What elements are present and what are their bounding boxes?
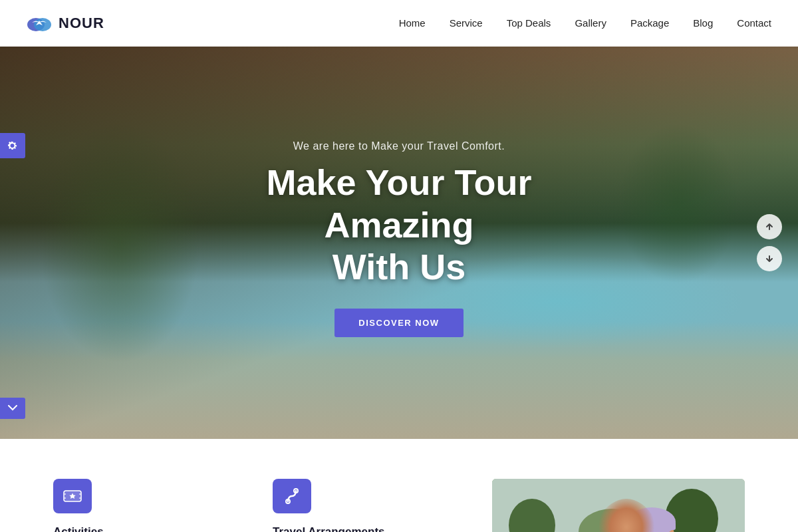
features-image	[492, 479, 745, 532]
travel-icon-wrap	[273, 479, 311, 513]
nav-blog[interactable]: Blog	[693, 17, 713, 29]
scroll-down-arrow[interactable]	[757, 246, 782, 271]
logo-icon	[27, 14, 52, 33]
hero-subtitle: We are here to Make your Travel Comfort.	[200, 140, 598, 152]
nav-service[interactable]: Service	[450, 17, 483, 29]
nav-links: Home Service Top Deals Gallery Package B…	[399, 17, 771, 29]
nav-gallery[interactable]: Gallery	[575, 17, 606, 29]
features-photo	[492, 479, 745, 532]
feature-travel: Travel Arrangements Lorem ipsum dolor si…	[273, 479, 492, 532]
gear-icon	[7, 140, 18, 151]
svg-rect-19	[628, 522, 676, 530]
nav-package[interactable]: Package	[630, 17, 669, 29]
travel-icon	[283, 487, 301, 505]
discover-now-button[interactable]: DISCOVER NOW	[334, 309, 463, 337]
brand-name: NOUR	[59, 15, 104, 32]
features-section: Activities Lorem ipsum dolor sit, amet c…	[0, 439, 798, 532]
hero-title: Make Your Tour AmazingWith Us	[200, 162, 598, 289]
settings-button[interactable]	[0, 133, 25, 158]
nav-home[interactable]: Home	[399, 17, 426, 29]
chevron-down-icon	[8, 405, 17, 412]
arrow-up-icon	[765, 222, 774, 231]
arrow-down-icon	[765, 254, 774, 263]
nav-contact[interactable]: Contact	[737, 17, 771, 29]
logo[interactable]: NOUR	[27, 14, 104, 33]
activities-title: Activities	[53, 525, 246, 532]
scroll-up-arrow[interactable]	[757, 214, 782, 239]
feature-activities: Activities Lorem ipsum dolor sit, amet c…	[53, 479, 273, 532]
hero-section: We are here to Make your Travel Comfort.…	[0, 47, 798, 439]
activities-icon	[63, 487, 82, 505]
hero-content: We are here to Make your Travel Comfort.…	[200, 140, 598, 337]
nav-arrows	[757, 214, 782, 271]
bottom-tab[interactable]	[0, 398, 25, 419]
travel-title: Travel Arrangements	[273, 525, 466, 532]
nav-top-deals[interactable]: Top Deals	[507, 17, 551, 29]
navbar: NOUR Home Service Top Deals Gallery Pack…	[0, 0, 798, 47]
activities-icon-wrap	[53, 479, 92, 513]
